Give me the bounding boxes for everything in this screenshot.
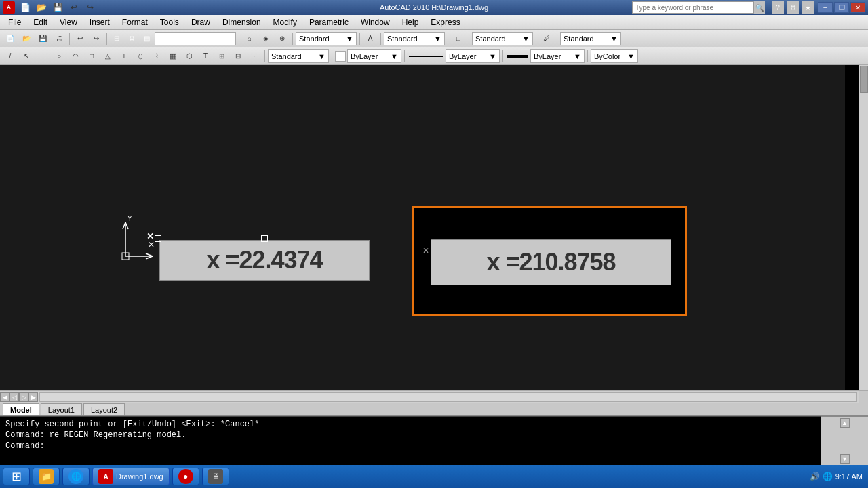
help-icon[interactable]: ? xyxy=(772,1,784,14)
tb-icon3[interactable]: ⊕ xyxy=(275,32,290,45)
star-icon[interactable]: ★ xyxy=(802,1,814,14)
tb-icon5[interactable]: □ xyxy=(451,32,466,45)
tb2-lineweight[interactable]: ByLayer ▼ xyxy=(530,49,585,63)
dimstyle-value: Standard xyxy=(387,35,418,43)
tb-mlstyle[interactable]: Standard ▼ xyxy=(472,32,533,45)
tray-network[interactable]: 🌐 xyxy=(823,472,833,481)
tb-icon4[interactable]: A xyxy=(363,32,378,45)
menu-dimension[interactable]: Dimension xyxy=(217,16,267,29)
search-input[interactable] xyxy=(632,1,754,14)
command-area[interactable]: Specify second point or [Exit/Undo] <Exi… xyxy=(0,416,821,465)
menu-parametric[interactable]: Parametric xyxy=(304,16,354,29)
textbox1[interactable]: x =22.4374 ✕ xyxy=(159,240,370,281)
menu-draw[interactable]: Draw xyxy=(186,16,216,29)
open-btn[interactable]: 📂 xyxy=(34,1,49,14)
settings-icon[interactable]: ⚙ xyxy=(787,1,799,14)
tb2-circle[interactable]: ○ xyxy=(52,49,66,63)
taskbar-explorer[interactable]: 📁 xyxy=(33,468,60,485)
menu-tools[interactable]: Tools xyxy=(155,16,184,29)
menu-modify[interactable]: Modify xyxy=(268,16,302,29)
scroll-left-btn[interactable]: ◀ xyxy=(0,392,9,402)
cmd-scroll-down[interactable]: ▼ xyxy=(840,454,850,464)
menu-window[interactable]: Window xyxy=(355,16,395,29)
search-icon[interactable]: 🔍 xyxy=(754,1,765,14)
right-scrollbar[interactable] xyxy=(859,65,868,390)
menu-express[interactable]: Express xyxy=(425,16,465,29)
menu-view[interactable]: View xyxy=(54,16,83,29)
tb-icon1[interactable]: ⌂ xyxy=(242,32,257,45)
menu-edit[interactable]: Edit xyxy=(28,16,53,29)
tb-tbstyle[interactable]: Standard ▼ xyxy=(560,32,621,45)
tb2-linetype[interactable]: ByLayer ▼ xyxy=(446,49,500,63)
tb2-color-check[interactable]: □ xyxy=(335,51,346,62)
right-scroll-thumb[interactable] xyxy=(860,66,868,93)
textbox2-selected[interactable]: x =210.8758 ✕ xyxy=(412,206,687,316)
tb2-tri[interactable]: △ xyxy=(100,49,115,63)
taskbar-autocad[interactable]: A Drawing1.dwg xyxy=(92,468,170,485)
tb2-linestyle[interactable]: Standard ▼ xyxy=(268,49,329,63)
tb2-hatch[interactable]: ▦ xyxy=(165,49,180,63)
tb2-cross[interactable]: + xyxy=(117,49,132,63)
tb2-plotstyle[interactable]: ByColor ▼ xyxy=(591,49,638,63)
taskbar-browser[interactable]: 🌐 xyxy=(62,468,90,485)
start-button[interactable]: ⊞ xyxy=(3,468,30,485)
scroll-right-btn[interactable]: ▶ xyxy=(28,392,38,402)
tb2-point[interactable]: · xyxy=(247,49,262,63)
tb2-linestyle-value: Standard xyxy=(271,52,302,60)
menu-insert[interactable]: Insert xyxy=(84,16,115,29)
tb2-rect[interactable]: □ xyxy=(84,49,99,63)
tb-save[interactable]: 💾 xyxy=(35,32,50,45)
menu-help[interactable]: Help xyxy=(397,16,425,29)
undo-btn[interactable]: ↩ xyxy=(66,1,81,14)
tb2-cursor[interactable]: ↖ xyxy=(19,49,34,63)
tb-layer-icon[interactable]: ⊟ xyxy=(110,32,123,45)
redo-btn[interactable]: ↪ xyxy=(83,1,98,14)
autocad-taskbar-label: Drawing1.dwg xyxy=(116,472,163,481)
tb2-region[interactable]: ⬡ xyxy=(182,49,197,63)
handle-tl[interactable] xyxy=(155,235,161,242)
scroll-next-btn[interactable]: ▷ xyxy=(19,392,28,402)
command-line2: Command: re REGEN Regenerating model. xyxy=(5,430,815,440)
tb-layer-settings[interactable]: ⚙ xyxy=(125,32,138,45)
minimize-button[interactable]: − xyxy=(818,2,833,13)
tb-open[interactable]: 📂 xyxy=(19,32,34,45)
tb-textstyle[interactable]: Standard ▼ xyxy=(296,32,357,45)
tb-plot[interactable]: 🖨 xyxy=(52,32,66,45)
tab-model[interactable]: Model xyxy=(3,403,39,415)
tb2-ellipse[interactable]: ⬯ xyxy=(133,49,148,63)
horizontal-scrollbar[interactable] xyxy=(39,392,857,402)
tb-qnew[interactable]: 📄 xyxy=(3,32,18,45)
tab-layout2[interactable]: Layout2 xyxy=(83,403,125,415)
tb-undo[interactable]: ↩ xyxy=(73,32,87,45)
restore-button[interactable]: ❐ xyxy=(834,2,849,13)
cmd-scroll-up[interactable]: ▲ xyxy=(840,418,850,428)
tb2-polyline[interactable]: ⌐ xyxy=(35,49,50,63)
textbox2-inner[interactable]: x =210.8758 xyxy=(431,239,671,285)
taskbar-redball[interactable]: ● xyxy=(172,468,199,485)
tb-layer-more[interactable]: ▤ xyxy=(140,32,153,45)
menu-file[interactable]: File xyxy=(3,16,26,29)
tb2-insert[interactable]: ⊞ xyxy=(214,49,229,63)
handle-tm[interactable] xyxy=(261,235,268,242)
tb2-attdef[interactable]: ⊟ xyxy=(231,49,245,63)
tb2-arc[interactable]: ◠ xyxy=(68,49,83,63)
tb2-linecolor[interactable]: ByLayer ▼ xyxy=(347,49,401,63)
tb-dimstyle[interactable]: Standard ▼ xyxy=(384,32,445,45)
command-line3: Command: xyxy=(5,441,815,451)
tb-icon2[interactable]: ◈ xyxy=(258,32,273,45)
close-button[interactable]: ✕ xyxy=(850,2,865,13)
menu-format[interactable]: Format xyxy=(117,16,153,29)
canvas-area[interactable]: Y x =22.4374 ✕ ✕ x =210.8758 ✕ xyxy=(0,65,845,390)
tb-redo[interactable]: ↪ xyxy=(89,32,104,45)
tb2-text[interactable]: T xyxy=(198,49,213,63)
scroll-prev-btn[interactable]: ◁ xyxy=(9,392,19,402)
tab-layout1[interactable]: Layout1 xyxy=(41,403,82,415)
tb2-line[interactable]: / xyxy=(3,49,18,63)
save-btn[interactable]: 💾 xyxy=(50,1,65,14)
tray-icon1[interactable]: 🔊 xyxy=(810,472,820,481)
tb-icon6[interactable]: 🖊 xyxy=(539,32,554,45)
tb-layer-dropdown[interactable]: 0 ▼ xyxy=(155,32,236,45)
tb2-spline[interactable]: ⌇ xyxy=(149,49,164,63)
taskbar-app4[interactable]: 🖥 xyxy=(202,468,229,485)
new-btn[interactable]: 📄 xyxy=(18,1,33,14)
